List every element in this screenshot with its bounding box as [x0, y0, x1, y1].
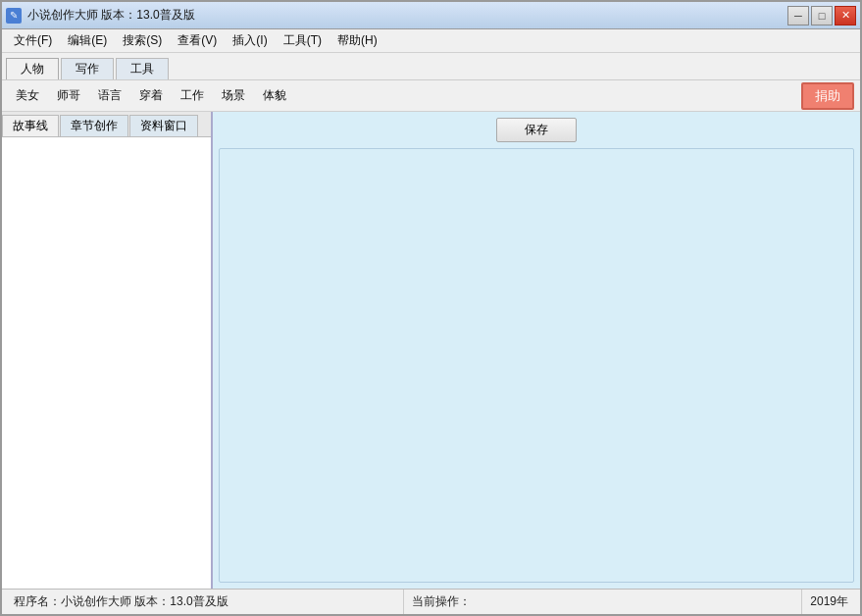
status-year: 2019年 — [802, 590, 856, 614]
title-bar-buttons: ─ □ ✕ — [787, 6, 856, 26]
left-tab-故事线[interactable]: 故事线 — [2, 115, 59, 136]
right-content — [219, 148, 854, 583]
category-btn-场景[interactable]: 场景 — [214, 85, 253, 106]
main-tab-人物[interactable]: 人物 — [6, 58, 59, 79]
minimize-button[interactable]: ─ — [787, 6, 809, 26]
status-bar: 程序名：小说创作大师 版本：13.0普及版 当前操作： 2019年 — [2, 589, 860, 614]
left-panel: 故事线章节创作资料窗口 — [2, 112, 213, 589]
menu-bar: 文件(F)编辑(E)搜索(S)查看(V)插入(I)工具(T)帮助(H) — [2, 29, 860, 53]
main-tab-bar: 人物写作工具 — [2, 53, 860, 80]
left-tab-章节创作[interactable]: 章节创作 — [60, 115, 128, 136]
right-toolbar: 保存 — [219, 118, 854, 142]
category-btn-师哥[interactable]: 师哥 — [49, 85, 88, 106]
donate-button[interactable]: 捐助 — [801, 82, 854, 110]
category-btn-体貌[interactable]: 体貌 — [255, 85, 294, 106]
main-tab-写作[interactable]: 写作 — [61, 58, 114, 79]
main-content: 故事线章节创作资料窗口 保存 — [2, 112, 860, 589]
close-button[interactable]: ✕ — [835, 6, 856, 26]
save-button[interactable]: 保存 — [496, 118, 577, 142]
main-window: ✎ 小说创作大师 版本：13.0普及版 ─ □ ✕ 文件(F)编辑(E)搜索(S… — [0, 0, 862, 616]
title-bar: ✎ 小说创作大师 版本：13.0普及版 ─ □ ✕ — [2, 2, 860, 29]
category-btn-工作[interactable]: 工作 — [173, 85, 212, 106]
title-bar-text: 小说创作大师 版本：13.0普及版 — [27, 7, 195, 24]
main-tab-工具[interactable]: 工具 — [116, 58, 169, 79]
right-panel: 保存 — [213, 112, 860, 589]
menu-item[interactable]: 帮助(H) — [330, 30, 385, 51]
menu-item[interactable]: 编辑(E) — [60, 30, 115, 51]
status-program-name: 程序名：小说创作大师 版本：13.0普及版 — [6, 590, 404, 614]
menu-item[interactable]: 搜索(S) — [115, 30, 170, 51]
app-icon: ✎ — [6, 8, 22, 24]
category-btn-语言[interactable]: 语言 — [90, 85, 129, 106]
category-btn-穿着[interactable]: 穿着 — [131, 85, 171, 106]
category-btn-美女[interactable]: 美女 — [8, 85, 47, 106]
menu-item[interactable]: 文件(F) — [6, 30, 60, 51]
status-current-op: 当前操作： — [404, 590, 802, 614]
menu-item[interactable]: 插入(I) — [225, 30, 275, 51]
menu-item[interactable]: 工具(T) — [276, 30, 330, 51]
left-tab-资料窗口[interactable]: 资料窗口 — [129, 115, 198, 136]
menu-item[interactable]: 查看(V) — [170, 30, 225, 51]
category-bar: 美女师哥语言穿着工作场景体貌捐助 — [2, 80, 860, 112]
left-tab-bar: 故事线章节创作资料窗口 — [2, 112, 211, 137]
maximize-button[interactable]: □ — [811, 6, 833, 26]
left-content — [2, 137, 211, 589]
title-bar-left: ✎ 小说创作大师 版本：13.0普及版 — [6, 7, 195, 24]
